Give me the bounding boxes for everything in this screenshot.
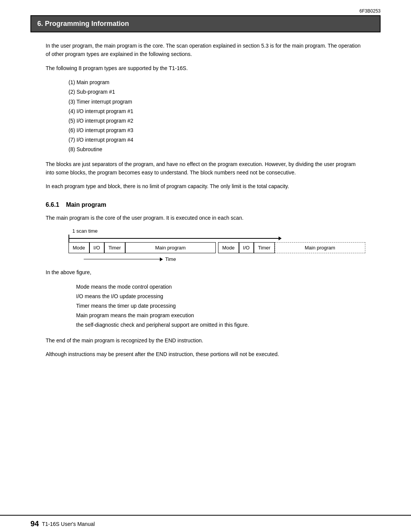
scan-diagram: 1 scan time Mode I/O Timer Main program [46,228,365,262]
subsection-number: 6.6.1 [46,201,59,208]
scan-time-label: 1 scan time [72,228,365,234]
figure-item: the self-diagnostic check and peripheral… [76,320,365,330]
program-type-list: (1) Main program(2) Sub-program #1(3) Ti… [68,78,365,155]
end-paragraph-1: The end of the main program is recognize… [46,336,365,345]
block-main-1: Main program [125,242,216,253]
figure-item: Main program means the main program exec… [76,311,365,320]
block-timer-2: Timer [254,242,275,253]
block-io-2: I/O [239,242,254,253]
figure-item: I/O means the I/O update processing [76,292,365,301]
block-timer-1: Timer [104,242,125,253]
figure-item: Timer means the timer up date processing [76,301,365,311]
list-item: (3) Timer interrupt program [68,97,365,107]
block-io-1: I/O [89,242,104,253]
footer-manual-title: T1-16S User's Manual [42,521,95,527]
above-figure-heading: In the above figure, [46,268,365,276]
page-id: 6F3B0253 [360,8,381,14]
time-label: Time [165,256,176,262]
blocks-paragraph-2: In each program type and block, there is… [46,182,365,190]
list-item: (8) Subroutine [68,145,365,154]
list-item: (1) Main program [68,78,365,87]
figure-items-list: Mode means the mode control operationI/O… [76,282,365,330]
footer-page-number: 94 [30,519,39,528]
block-main-2: Main program [275,242,365,253]
list-item: (5) I/O interrupt program #2 [68,116,365,126]
time-arrow: Time [84,256,365,262]
main-content: In the user program, the main program is… [30,42,381,358]
block-mode-2: Mode [218,242,239,253]
subsection-heading: 6.6.1 Main program [46,201,365,208]
blocks-paragraph-1: The blocks are just separators of the pr… [46,160,365,177]
page: 6F3B0253 6. Programming Information In t… [0,0,411,532]
intro-paragraph-1: In the user program, the main program is… [46,42,365,59]
block-mode-1: Mode [68,242,89,253]
figure-item: Mode means the mode control operation [76,282,365,292]
list-item: (4) I/O interrupt program #1 [68,107,365,116]
list-item: (6) I/O interrupt program #3 [68,126,365,135]
footer: 94 T1-16S User's Manual [0,515,411,532]
blocks-row: Mode I/O Timer Main program Mode I/O Tim… [68,242,365,253]
section-header: 6. Programming Information [30,15,381,32]
list-item: (7) I/O interrupt program #4 [68,135,365,145]
end-paragraph-2: Although instructions may be present aft… [46,350,365,358]
main-prog-intro: The main program is the core of the user… [46,214,365,222]
list-item: (2) Sub-program #1 [68,87,365,97]
subsection-label: Main program [66,201,106,208]
intro-paragraph-2: The following 8 program types are suppor… [46,64,365,72]
